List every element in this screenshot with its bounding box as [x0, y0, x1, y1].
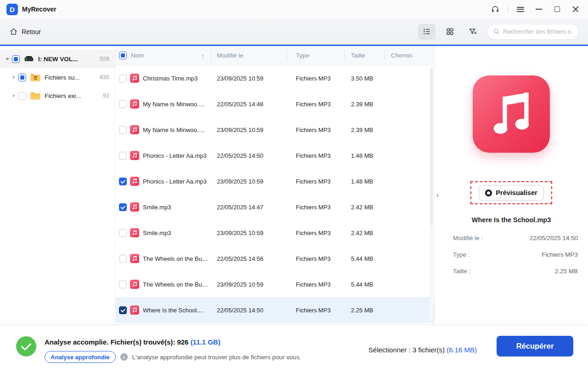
- file-name: Phonics - Letter Aa.mp3: [143, 152, 209, 159]
- table-row[interactable]: Phonics - Letter Aa.mp3 22/05/2025 14:50…: [115, 143, 434, 168]
- table-row[interactable]: Smile.mp3 23/09/2025 10:59 Fichiers MP3 …: [115, 220, 434, 246]
- row-checkbox[interactable]: [119, 229, 127, 237]
- file-name: Where Is the School.mp3: [143, 307, 211, 314]
- column-label-modified: Modifié le: [217, 52, 243, 59]
- tree-item-label: Fichiers su...: [45, 74, 96, 81]
- tree-checkbox[interactable]: [12, 55, 20, 63]
- deleted-folder-icon: [30, 73, 41, 82]
- filter-button[interactable]: [464, 24, 481, 40]
- file-size: 2.42 MB: [344, 204, 384, 211]
- column-label-size: Taille: [351, 52, 365, 59]
- file-details: Modifié le : 22/05/2025 14:50 Type : Fic…: [435, 235, 588, 284]
- file-type: Fichiers MP3: [287, 75, 344, 82]
- tree-node-icon: [30, 91, 41, 100]
- close-icon: [572, 6, 579, 12]
- preview-button[interactable]: Prévisualiser: [479, 185, 543, 201]
- music-note-icon: [488, 91, 534, 137]
- minimize-icon: [536, 9, 542, 10]
- scrollbar-thumb[interactable]: [430, 68, 433, 226]
- file-type: Fichiers MP3: [287, 204, 344, 211]
- headset-icon: [491, 5, 499, 13]
- tree-node-icon: [30, 73, 41, 82]
- row-checkbox[interactable]: [119, 281, 127, 288]
- row-checkbox[interactable]: [119, 75, 127, 82]
- tree-caret-icon[interactable]: [11, 75, 17, 79]
- table-row[interactable]: The Wheels on the Bus.m... 23/09/2025 10…: [115, 271, 434, 297]
- detail-row: Taille : 2.25 MB: [453, 268, 578, 275]
- sort-ascending-icon[interactable]: ↑: [201, 52, 204, 59]
- table-row[interactable]: Phonics - Letter Aa.mp3 23/09/2025 10:59…: [115, 168, 434, 194]
- deep-scan-button[interactable]: Analyse approfondie: [45, 351, 116, 363]
- table-row[interactable]: The Wheels on the Bus.m... 22/05/2025 14…: [115, 246, 434, 271]
- menu-button[interactable]: [513, 2, 528, 16]
- file-type: Fichiers MP3: [287, 152, 344, 159]
- recover-button[interactable]: Récupérer: [497, 336, 573, 356]
- column-header-size[interactable]: Taille: [344, 46, 384, 65]
- tree-caret-icon[interactable]: [11, 94, 17, 98]
- music-note-icon: [132, 256, 137, 261]
- file-name: Smile.mp3: [143, 204, 174, 211]
- row-checkbox[interactable]: [119, 126, 127, 134]
- column-header-type[interactable]: Type: [287, 46, 344, 65]
- minimize-button[interactable]: [531, 2, 547, 16]
- tree-item[interactable]: Fichiers su... 835: [0, 68, 115, 86]
- row-checkbox[interactable]: [119, 178, 127, 185]
- music-note-icon: [132, 153, 137, 158]
- toolbar: Retour: [0, 18, 588, 45]
- detail-label: Modifié le :: [453, 235, 483, 242]
- scan-status-text: Analyse accomplie. Fichier(s) trouvé(s):…: [45, 338, 191, 346]
- tree-checkbox[interactable]: [18, 92, 26, 100]
- status-bar: Analyse accomplie. Fichier(s) trouvé(s):…: [0, 325, 588, 368]
- titlebar-divider: [508, 6, 508, 12]
- file-size: 2.42 MB: [344, 230, 384, 236]
- table-scrollbar[interactable]: [430, 67, 433, 322]
- mp3-file-icon: [130, 228, 139, 237]
- column-label-name: Nom: [131, 52, 144, 59]
- table-row[interactable]: Christmas Time.mp3 23/09/2025 10:59 Fich…: [115, 65, 434, 91]
- row-checkbox[interactable]: [119, 255, 127, 263]
- tree-item[interactable]: Fichiers exi... 91: [0, 86, 115, 105]
- grid-view-button[interactable]: [441, 24, 458, 40]
- detail-label: Type :: [453, 251, 470, 258]
- close-button[interactable]: [568, 2, 583, 16]
- row-checkbox[interactable]: [119, 152, 127, 160]
- column-label-path: Chemin: [391, 52, 413, 59]
- preview-panel: Prévisualiser Where Is the School.mp3 Mo…: [435, 46, 588, 325]
- tree-item[interactable]: I: NEW VOL... 926: [0, 50, 115, 68]
- support-headset-button[interactable]: [487, 2, 503, 16]
- search-input[interactable]: [503, 28, 573, 35]
- maximize-button[interactable]: [549, 2, 565, 16]
- table-row[interactable]: Where Is the School.mp3 22/05/2025 14:50…: [115, 297, 434, 323]
- back-button[interactable]: Retour: [9, 27, 41, 36]
- file-modified: 23/09/2025 10:59: [211, 281, 287, 288]
- tree-item-label: Fichiers exi...: [45, 92, 99, 99]
- table-row[interactable]: My Name Is Minwoo.mp3 22/05/2025 14:48 F…: [115, 91, 434, 117]
- file-size: 2.39 MB: [344, 101, 384, 108]
- tree-caret-icon[interactable]: [5, 58, 10, 60]
- file-size: 5.44 MB: [344, 255, 384, 262]
- table-row[interactable]: My Name Is Minwoo.mp3 23/09/2025 10:59 F…: [115, 117, 434, 143]
- search-box[interactable]: [487, 24, 579, 40]
- drive-icon: [23, 54, 34, 63]
- select-all-checkbox[interactable]: [119, 52, 127, 59]
- table-row[interactable]: Smile.mp3 22/05/2025 14:47 Fichiers MP3 …: [115, 194, 434, 220]
- column-header-path[interactable]: Chemin: [384, 46, 434, 65]
- mp3-file-icon: [130, 125, 139, 134]
- collapse-panel-chevron-icon[interactable]: ›: [436, 191, 439, 199]
- music-note-icon: [132, 204, 137, 210]
- tree-item-count: 835: [100, 74, 109, 80]
- scan-status: Analyse accomplie. Fichier(s) trouvé(s):…: [45, 338, 220, 346]
- file-name: Phonics - Letter Aa.mp3: [143, 178, 209, 185]
- file-size: 3.50 MB: [344, 75, 384, 82]
- row-checkbox[interactable]: [119, 203, 127, 211]
- file-size: 2.25 MB: [344, 307, 384, 314]
- tree-checkbox[interactable]: [18, 74, 26, 81]
- list-view-button[interactable]: [418, 24, 435, 40]
- row-checkbox[interactable]: [119, 306, 127, 314]
- column-header-modified[interactable]: Modifié le: [211, 46, 287, 65]
- column-header-name[interactable]: Nom ↑: [115, 46, 211, 65]
- home-icon: [9, 27, 18, 36]
- music-note-icon: [132, 178, 137, 184]
- selection-summary: Sélectionner : 3 fichier(s) (6.16 MB): [368, 346, 477, 354]
- row-checkbox[interactable]: [119, 100, 127, 108]
